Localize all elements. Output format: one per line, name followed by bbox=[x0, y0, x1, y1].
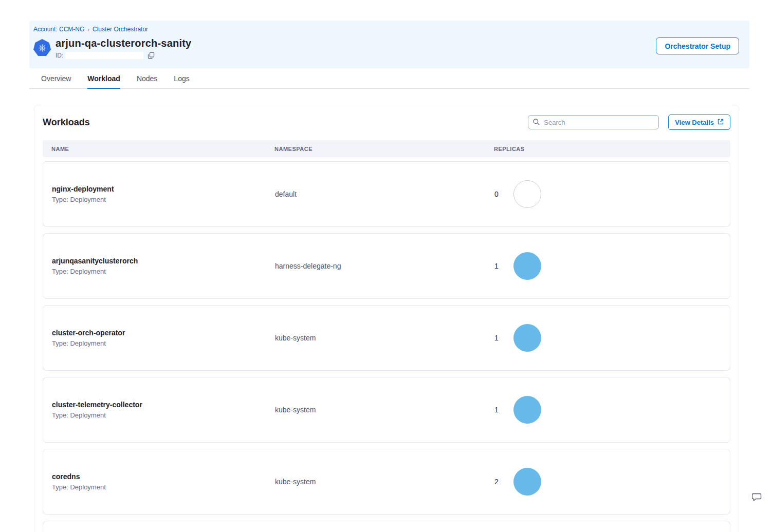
table-row[interactable]: nginx-deployment Type: Deployment defaul… bbox=[43, 161, 730, 227]
tab-logs[interactable]: Logs bbox=[174, 74, 189, 89]
search-input[interactable] bbox=[528, 115, 659, 129]
view-details-label: View Details bbox=[675, 119, 714, 126]
cluster-title-row: ⎈ arjun-qa-clusterorch-sanity ID: bbox=[33, 37, 739, 59]
replica-status-circle bbox=[513, 324, 541, 352]
table-row[interactable]: cluster-orch-operator Type: Deployment k… bbox=[43, 305, 730, 371]
workloads-rows: nginx-deployment Type: Deployment defaul… bbox=[43, 161, 730, 515]
replica-count: 1 bbox=[494, 334, 500, 342]
column-header-replicas: REPLICAS bbox=[494, 146, 730, 152]
cluster-id-row: ID: bbox=[56, 52, 191, 59]
workload-replicas-cell: 1 bbox=[494, 396, 730, 424]
workload-type: Type: Deployment bbox=[52, 196, 275, 203]
workload-replicas-cell: 0 bbox=[494, 180, 730, 208]
external-link-icon bbox=[718, 119, 724, 126]
workload-replicas-cell: 1 bbox=[494, 324, 730, 352]
workload-name: coredns bbox=[52, 472, 275, 481]
tabs-bar: OverviewWorkloadNodesLogs bbox=[29, 72, 749, 89]
search-icon bbox=[532, 118, 540, 128]
table-row[interactable]: arjunqasanityclusterorch Type: Deploymen… bbox=[43, 233, 730, 299]
replica-status-circle bbox=[513, 180, 541, 208]
workload-name-cell: coredns Type: Deployment bbox=[52, 472, 275, 491]
replica-count: 2 bbox=[494, 478, 500, 486]
workload-namespace: default bbox=[275, 190, 494, 198]
workload-namespace: kube-system bbox=[275, 406, 494, 414]
search-wrapper bbox=[528, 115, 659, 129]
view-details-button[interactable]: View Details bbox=[668, 115, 730, 130]
workload-name-cell: cluster-orch-operator Type: Deployment bbox=[52, 329, 275, 347]
cluster-orchestrator-page: Account: CCM-NG › Cluster Orchestrator ⎈… bbox=[0, 0, 772, 532]
tab-label: Logs bbox=[174, 74, 189, 83]
replica-status-circle bbox=[513, 252, 541, 280]
copy-icon[interactable] bbox=[148, 52, 155, 59]
replica-status-circle bbox=[513, 396, 541, 424]
tab-label: Overview bbox=[41, 74, 71, 83]
table-row[interactable]: cluster-telemetry-collector Type: Deploy… bbox=[43, 377, 730, 443]
column-header-namespace: NAMESPACE bbox=[274, 146, 494, 152]
tab-nodes[interactable]: Nodes bbox=[137, 74, 157, 89]
cluster-id-value bbox=[65, 52, 143, 59]
workload-name: arjunqasanityclusterorch bbox=[52, 257, 275, 265]
replica-count: 0 bbox=[494, 190, 500, 198]
workloads-card-header: Workloads View Details bbox=[43, 115, 730, 130]
chat-help-icon[interactable] bbox=[752, 492, 762, 504]
tab-overview[interactable]: Overview bbox=[41, 74, 71, 89]
workload-replicas-cell: 1 bbox=[494, 252, 730, 280]
replica-count: 1 bbox=[494, 406, 500, 414]
workload-replicas-cell: 2 bbox=[494, 468, 730, 496]
workload-type: Type: Deployment bbox=[52, 411, 275, 419]
table-row-partial[interactable] bbox=[43, 521, 730, 532]
tab-label: Nodes bbox=[137, 74, 157, 83]
breadcrumb-separator: › bbox=[87, 26, 89, 32]
breadcrumb: Account: CCM-NG › Cluster Orchestrator bbox=[33, 26, 739, 33]
workload-name-cell: nginx-deployment Type: Deployment bbox=[52, 185, 275, 203]
workload-type: Type: Deployment bbox=[52, 339, 275, 347]
cluster-title-block: arjun-qa-clusterorch-sanity ID: bbox=[56, 37, 191, 59]
workload-namespace: kube-system bbox=[275, 478, 494, 486]
orchestrator-setup-button[interactable]: Orchestrator Setup bbox=[656, 37, 739, 54]
workload-name-cell: arjunqasanityclusterorch Type: Deploymen… bbox=[52, 257, 275, 275]
replica-count: 1 bbox=[494, 262, 500, 270]
table-row[interactable]: coredns Type: Deployment kube-system 2 bbox=[43, 449, 730, 515]
workload-namespace: harness-delegate-ng bbox=[275, 262, 494, 270]
tab-label: Workload bbox=[87, 74, 120, 83]
cluster-id-label: ID: bbox=[56, 52, 63, 59]
page-title: arjun-qa-clusterorch-sanity bbox=[56, 37, 191, 49]
workload-name-cell: cluster-telemetry-collector Type: Deploy… bbox=[52, 401, 275, 419]
workloads-card: Workloads View Details bbox=[34, 105, 739, 532]
breadcrumb-account-link[interactable]: Account: CCM-NG bbox=[33, 26, 84, 33]
table-header-row: NAME NAMESPACE REPLICAS bbox=[43, 140, 730, 157]
replica-status-circle bbox=[513, 468, 541, 496]
breadcrumb-section-link[interactable]: Cluster Orchestrator bbox=[93, 26, 148, 33]
workload-name: cluster-telemetry-collector bbox=[52, 401, 275, 409]
page-header: Account: CCM-NG › Cluster Orchestrator ⎈… bbox=[29, 21, 749, 68]
kubernetes-icon: ⎈ bbox=[33, 39, 51, 56]
workload-name: cluster-orch-operator bbox=[52, 329, 275, 337]
tab-workload[interactable]: Workload bbox=[87, 74, 120, 89]
workloads-title: Workloads bbox=[43, 117, 90, 128]
workloads-controls: View Details bbox=[528, 115, 730, 130]
workload-namespace: kube-system bbox=[275, 334, 494, 342]
workload-type: Type: Deployment bbox=[52, 268, 275, 275]
column-header-name: NAME bbox=[51, 146, 274, 152]
workload-name: nginx-deployment bbox=[52, 185, 275, 193]
workload-type: Type: Deployment bbox=[52, 483, 275, 491]
